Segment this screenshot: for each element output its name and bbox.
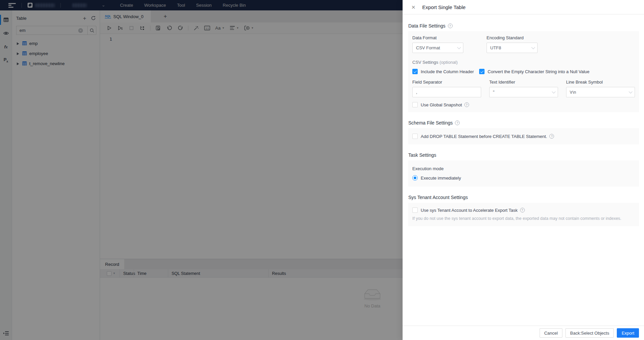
empty-to-null-label: Convert the Empty Character String into … — [488, 69, 589, 74]
chevron-down-icon — [531, 45, 535, 49]
text-identifier-label: Text Identifier — [489, 80, 558, 85]
task-settings-panel: Execution mode Execute immediately — [408, 160, 639, 187]
encoding-standard-value: UTF8 — [490, 45, 531, 50]
encoding-standard-select[interactable]: UTF8 — [487, 43, 538, 53]
csv-optional-text: (optional) — [440, 60, 458, 65]
encoding-standard-label: Encoding Standard — [487, 35, 538, 40]
section-heading-text: Data File Settings — [408, 23, 446, 29]
back-select-objects-button[interactable]: Back:Select Objects — [565, 328, 614, 338]
section-heading-task-settings: Task Settings — [408, 152, 639, 158]
data-format-label: Data Format — [412, 35, 463, 40]
help-icon[interactable]: ? — [455, 120, 460, 125]
section-heading-text: Task Settings — [408, 152, 436, 158]
use-sys-tenant-checkbox[interactable] — [412, 207, 418, 213]
data-file-settings-panel: Data Format CSV Format Encoding Standard… — [408, 31, 639, 112]
sys-tenant-note: If you do not use the sys tenant account… — [412, 216, 635, 221]
help-icon[interactable]: ? — [549, 134, 554, 139]
use-sys-tenant-label: Use sys Tenant Account to Accelerate Exp… — [421, 208, 518, 213]
add-drop-table-checkbox[interactable] — [412, 134, 418, 139]
drawer-header: ✕ Export Single Table — [403, 0, 644, 14]
help-icon[interactable]: ? — [464, 102, 469, 107]
app-window: ⌄ Create Workspace Tool Session Recycle … — [0, 0, 644, 340]
close-icon[interactable]: ✕ — [411, 5, 416, 10]
text-identifier-value: " — [493, 90, 552, 95]
data-format-value: CSV Format — [416, 45, 457, 50]
section-heading-sys-tenant-settings: Sys Tenant Account Settings — [408, 195, 639, 200]
help-icon[interactable]: ? — [520, 208, 525, 212]
text-identifier-select[interactable]: " — [489, 87, 558, 97]
include-column-header-label: Include the Column Header — [421, 69, 474, 74]
include-column-header-checkbox[interactable] — [412, 69, 418, 74]
data-format-select[interactable]: CSV Format — [412, 43, 463, 53]
section-heading-text: Sys Tenant Account Settings — [408, 195, 468, 200]
add-drop-table-label: Add DROP TABLE Statement before CREATE T… — [421, 134, 547, 139]
drawer-footer: Cancel Back:Select Objects Export — [403, 326, 644, 340]
sys-tenant-settings-panel: Use sys Tenant Account to Accelerate Exp… — [408, 203, 639, 226]
line-break-symbol-select[interactable]: \r\n — [566, 87, 635, 97]
chevron-down-icon — [629, 90, 632, 93]
execution-mode-label: Execution mode — [412, 165, 635, 171]
section-heading-data-file-settings: Data File Settings ? — [408, 23, 639, 29]
export-button[interactable]: Export — [617, 328, 639, 338]
execute-immediately-label: Execute immediately — [421, 176, 461, 181]
field-separator-label: Field Separator — [412, 80, 481, 85]
csv-settings-text: CSV Settings — [412, 60, 438, 65]
cancel-button[interactable]: Cancel — [540, 328, 562, 338]
chevron-down-icon — [552, 90, 555, 93]
line-break-symbol-value: \r\n — [570, 90, 629, 95]
drawer-body: Data File Settings ? Data Format CSV For… — [403, 14, 644, 326]
line-break-symbol-label: Line Break Symbol — [566, 80, 635, 85]
field-separator-value: , — [416, 90, 417, 95]
drawer-title: Export Single Table — [422, 4, 466, 10]
section-heading-text: Schema File Settings — [408, 120, 453, 126]
chevron-down-icon — [457, 45, 461, 49]
help-icon[interactable]: ? — [448, 23, 453, 28]
csv-settings-heading: CSV Settings (optional) — [412, 60, 635, 65]
use-global-snapshot-label: Use Global Snapshot — [421, 102, 462, 107]
section-heading-schema-file-settings: Schema File Settings ? — [408, 120, 639, 126]
empty-to-null-checkbox[interactable] — [479, 69, 485, 74]
execute-immediately-radio[interactable] — [412, 175, 418, 181]
field-separator-input[interactable]: , — [412, 87, 481, 97]
use-global-snapshot-checkbox[interactable] — [412, 102, 418, 107]
export-single-table-drawer: ✕ Export Single Table Data File Settings… — [403, 0, 644, 340]
schema-file-settings-panel: Add DROP TABLE Statement before CREATE T… — [408, 128, 639, 144]
